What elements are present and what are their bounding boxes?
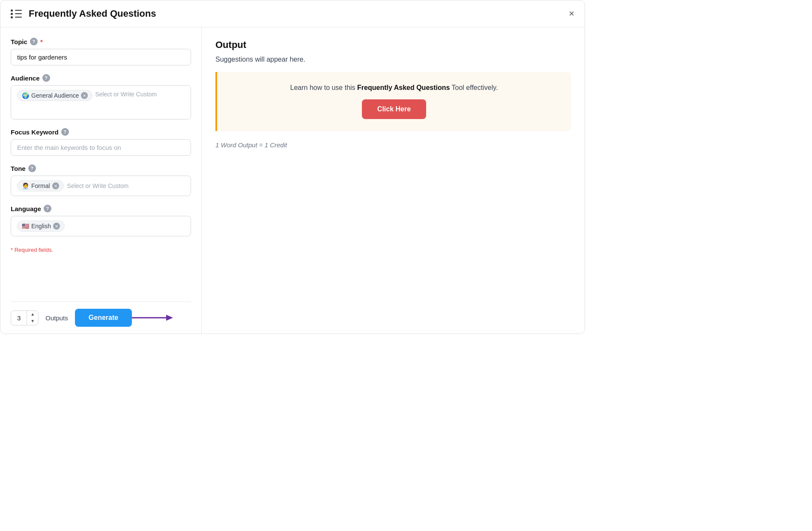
topic-required-star: * <box>40 38 43 45</box>
arrow-icon <box>132 311 175 324</box>
language-tag-english: 🇺🇸 English ✕ <box>17 221 65 232</box>
audience-tag-emoji: 🌍 <box>22 92 29 99</box>
audience-tags-input[interactable]: 🌍 General Audience ✕ Select or Write Cus… <box>11 85 191 119</box>
info-box-text: Learn how to use this Frequently Asked Q… <box>290 84 498 92</box>
audience-tag-text: General Audience <box>31 92 79 99</box>
tone-help-icon[interactable]: ? <box>28 164 36 172</box>
language-tags-input[interactable]: 🇺🇸 English ✕ <box>11 216 191 236</box>
language-tag-text: English <box>31 223 51 230</box>
topic-label-text: Topic <box>11 38 27 45</box>
click-here-button[interactable]: Click Here <box>362 99 426 119</box>
language-help-icon[interactable]: ? <box>44 205 51 212</box>
info-box-tool-name: Frequently Asked Questions <box>357 84 450 91</box>
audience-label-text: Audience <box>11 75 40 82</box>
left-footer: 3 ▲ ▼ Outputs Generate <box>11 301 191 334</box>
page-title: Frequently Asked Questions <box>29 8 156 19</box>
main-content: Topic ? * Audience ? 🌍 General Audience … <box>0 27 585 334</box>
credit-text: 1 Word Output = 1 Credit <box>215 141 571 149</box>
topic-input[interactable] <box>11 49 191 66</box>
header: Frequently Asked Questions × <box>0 0 585 27</box>
info-box-text-after: Tool effectively. <box>450 84 498 91</box>
audience-help-icon[interactable]: ? <box>42 74 50 82</box>
audience-tag-remove[interactable]: ✕ <box>81 92 88 99</box>
audience-tag-general: 🌍 General Audience ✕ <box>17 90 93 101</box>
language-label-text: Language <box>11 205 41 212</box>
generate-button[interactable]: Generate <box>75 309 132 327</box>
tone-tag-emoji: 🧑‍💼 <box>22 182 29 189</box>
topic-help-icon[interactable]: ? <box>30 38 38 45</box>
focus-keyword-field-group: Focus Keyword ? <box>11 128 191 156</box>
focus-keyword-label-text: Focus Keyword <box>11 128 59 136</box>
close-button[interactable]: × <box>569 9 574 18</box>
language-label: Language ? <box>11 205 191 212</box>
tone-tag-remove[interactable]: ✕ <box>52 182 59 189</box>
focus-keyword-label: Focus Keyword ? <box>11 128 191 136</box>
svg-marker-1 <box>166 315 173 321</box>
audience-label: Audience ? <box>11 74 191 82</box>
suggestions-text: Suggestions will appear here. <box>215 56 571 63</box>
language-tag-emoji: 🇺🇸 <box>22 223 29 230</box>
tone-tags-input[interactable]: 🧑‍💼 Formal ✕ Select or Write Custom <box>11 176 191 196</box>
tone-placeholder: Select or Write Custom <box>67 182 129 190</box>
tone-field-group: Tone ? 🧑‍💼 Formal ✕ Select or Write Cust… <box>11 164 191 196</box>
audience-placeholder: Select or Write Custom <box>95 90 157 101</box>
topic-field-group: Topic ? * <box>11 38 191 66</box>
stepper-controls: ▲ ▼ <box>27 311 38 325</box>
topic-label: Topic ? * <box>11 38 191 45</box>
info-box: Learn how to use this Frequently Asked Q… <box>215 72 571 131</box>
left-panel: Topic ? * Audience ? 🌍 General Audience … <box>0 27 202 334</box>
required-note: * Required fields. <box>11 247 191 253</box>
focus-keyword-input[interactable] <box>11 139 191 156</box>
audience-field-group: Audience ? 🌍 General Audience ✕ Select o… <box>11 74 191 119</box>
header-left: Frequently Asked Questions <box>11 8 156 19</box>
tone-label-text: Tone <box>11 165 26 172</box>
tone-label: Tone ? <box>11 164 191 172</box>
outputs-stepper[interactable]: 3 ▲ ▼ <box>11 310 39 325</box>
tone-tag-text: Formal <box>31 182 50 189</box>
stepper-down-button[interactable]: ▼ <box>27 318 38 325</box>
outputs-value: 3 <box>11 311 27 325</box>
output-title: Output <box>215 39 571 51</box>
focus-keyword-help-icon[interactable]: ? <box>61 128 69 136</box>
outputs-label: Outputs <box>45 314 68 322</box>
right-panel: Output Suggestions will appear here. Lea… <box>202 27 585 334</box>
stepper-up-button[interactable]: ▲ <box>27 311 38 318</box>
menu-icon <box>11 9 22 18</box>
tone-tag-formal: 🧑‍💼 Formal ✕ <box>17 180 64 191</box>
info-box-text-before: Learn how to use this <box>290 84 358 91</box>
language-field-group: Language ? 🇺🇸 English ✕ <box>11 205 191 236</box>
language-tag-remove[interactable]: ✕ <box>53 223 60 230</box>
